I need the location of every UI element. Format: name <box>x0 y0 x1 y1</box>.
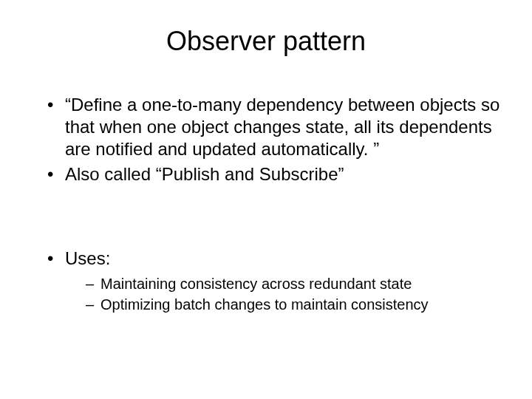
uses-item-2: Optimizing batch changes to maintain con… <box>86 295 502 314</box>
bullet-definition: “Define a one-to-many dependency between… <box>47 94 502 160</box>
bullet-uses: Uses: Maintaining consistency across red… <box>47 248 502 314</box>
uses-sub-list: Maintaining consistency across redundant… <box>65 274 502 314</box>
spacer <box>30 188 502 248</box>
bullet-aka: Also called “Publish and Subscribe” <box>47 163 502 185</box>
bullet-list: “Define a one-to-many dependency between… <box>30 94 502 185</box>
slide-title: Observer pattern <box>30 26 502 57</box>
uses-list: Uses: Maintaining consistency across red… <box>30 248 502 314</box>
uses-item-1: Maintaining consistency across redundant… <box>86 274 502 293</box>
uses-label: Uses: <box>65 248 110 268</box>
